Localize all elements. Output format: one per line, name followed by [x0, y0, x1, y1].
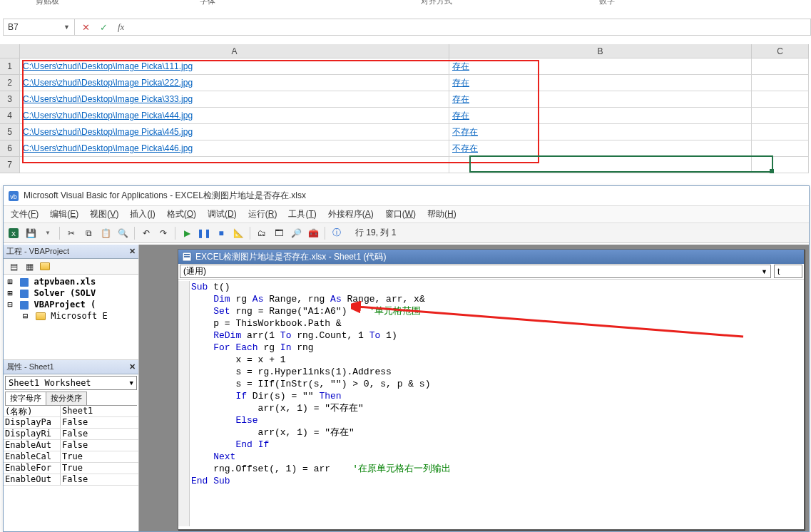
toolbox-icon[interactable]: 🧰 [306, 226, 320, 240]
hyperlink[interactable]: C:\Users\zhudi\Desktop\Image Picka\222.j… [23, 78, 193, 88]
object-dropdown[interactable]: (通用) ▼ [180, 265, 771, 278]
cut-icon[interactable]: ✂ [64, 226, 78, 240]
hyperlink[interactable]: C:\Users\zhudi\Desktop\Image Picka\111.j… [23, 61, 193, 71]
fx-icon[interactable]: fx [118, 21, 124, 33]
column-header[interactable]: B [449, 44, 752, 58]
break-icon[interactable]: ❚❚ [197, 226, 211, 240]
cell[interactable]: C:\Users\zhudi\Desktop\Image Picka\444.j… [20, 108, 449, 124]
menu-item[interactable]: 格式(O) [167, 208, 196, 220]
project-pane-title[interactable]: 工程 - VBAProject ✕ [4, 245, 138, 259]
hyperlink[interactable]: C:\Users\zhudi\Desktop\Image Picka\333.j… [23, 94, 193, 104]
hyperlink[interactable]: 存在 [452, 111, 469, 121]
row-header[interactable]: 4 [0, 108, 20, 124]
cell[interactable] [20, 157, 449, 173]
hyperlink[interactable]: C:\Users\zhudi\Desktop\Image Picka\444.j… [23, 111, 193, 121]
cell[interactable] [752, 124, 809, 140]
hyperlink[interactable]: 不存在 [452, 127, 478, 137]
name-box[interactable]: B7 ▼ [4, 19, 75, 35]
cell[interactable]: C:\Users\zhudi\Desktop\Image Picka\445.j… [20, 124, 449, 140]
menu-item[interactable]: 视图(V) [90, 208, 118, 220]
menu-item[interactable]: 工具(T) [288, 208, 316, 220]
menu-item[interactable]: 帮助(H) [427, 208, 456, 220]
properties-grid[interactable]: (名称)Sheet1DisplayPaFalseDisplayRiFalseEn… [4, 406, 138, 531]
properties-object-combo[interactable]: Sheet1 Worksheet ▼ [5, 376, 137, 390]
properties-tabs[interactable]: 按字母序 按分类序 [5, 392, 137, 406]
vbe-toolbar[interactable]: X 💾 ▼ ✂ ⧉ 📋 🔍 ↶ ↷ ▶ ❚❚ ■ 📐 🗂 🗔 🔎 🧰 ⓘ 行 1… [4, 223, 809, 243]
view-code-icon[interactable]: ▤ [6, 260, 21, 274]
tab-alphabetic[interactable]: 按字母序 [5, 392, 46, 405]
menu-item[interactable]: 编辑(E) [50, 208, 78, 220]
property-row[interactable]: DisplayRiFalse [4, 429, 138, 440]
menu-item[interactable]: 调试(D) [208, 208, 237, 220]
close-icon[interactable]: ✕ [129, 247, 136, 256]
properties-pane-title[interactable]: 属性 - Sheet1 ✕ [4, 360, 138, 374]
row-header[interactable]: 7 [0, 157, 20, 173]
properties-icon[interactable]: 🗔 [272, 226, 286, 240]
object-browser-icon[interactable]: 🔎 [289, 226, 303, 240]
cell[interactable] [752, 108, 809, 124]
cell[interactable] [752, 75, 809, 91]
code-window[interactable]: EXCEL检测图片地址是否存在.xlsx - Sheet1 (代码) (通用) … [178, 249, 805, 530]
spreadsheet-grid[interactable]: ABC 1234567 C:\Users\zhudi\Desktop\Image… [0, 44, 811, 180]
save-icon[interactable]: 💾 [24, 226, 38, 240]
cell[interactable]: C:\Users\zhudi\Desktop\Image Picka\446.j… [20, 140, 449, 157]
hyperlink[interactable]: 存在 [452, 94, 469, 104]
property-row[interactable]: EnableCalTrue [4, 451, 138, 463]
menu-item[interactable]: 插入(I) [130, 208, 155, 220]
property-row[interactable]: DisplayPaFalse [4, 417, 138, 429]
find-icon[interactable]: 🔍 [116, 226, 130, 240]
vbe-titlebar[interactable]: vb Microsoft Visual Basic for Applicatio… [4, 186, 809, 206]
vbe-menubar[interactable]: 文件(F)编辑(E)视图(V)插入(I)格式(O)调试(D)运行(R)工具(T)… [4, 206, 809, 223]
property-row[interactable]: EnableOutFalse [4, 474, 138, 486]
project-toolbar[interactable]: ▤ ▦ [4, 259, 138, 275]
reset-icon[interactable]: ■ [214, 226, 228, 240]
cell[interactable] [752, 140, 809, 157]
property-row[interactable]: EnableForTrue [4, 463, 138, 474]
tab-categorized[interactable]: 按分类序 [46, 392, 87, 405]
property-row[interactable]: (名称)Sheet1 [4, 406, 138, 417]
paste-icon[interactable]: 📋 [98, 226, 113, 240]
cell[interactable]: C:\Users\zhudi\Desktop\Image Picka\222.j… [20, 75, 449, 91]
folder-icon[interactable] [38, 260, 52, 274]
column-header[interactable]: C [752, 44, 809, 58]
chevron-down-icon[interactable]: ▼ [130, 379, 133, 387]
hyperlink[interactable]: C:\Users\zhudi\Desktop\Image Picka\446.j… [23, 143, 193, 153]
chevron-down-icon[interactable]: ▼ [63, 24, 70, 31]
menu-item[interactable]: 文件(F) [11, 208, 39, 220]
cell[interactable] [449, 157, 752, 173]
formula-input[interactable] [131, 19, 810, 35]
cell[interactable]: 存在 [449, 75, 752, 91]
row-header[interactable]: 1 [0, 58, 20, 75]
copy-icon[interactable]: ⧉ [81, 226, 96, 240]
chevron-down-icon[interactable]: ▼ [761, 268, 767, 275]
cancel-icon[interactable]: ✕ [82, 22, 90, 33]
row-header[interactable]: 2 [0, 75, 20, 91]
property-row[interactable]: EnableAutFalse [4, 440, 138, 451]
hyperlink[interactable]: C:\Users\zhudi\Desktop\Image Picka\445.j… [23, 127, 193, 137]
column-header[interactable]: A [20, 44, 449, 58]
cell[interactable]: 不存在 [449, 124, 752, 140]
view-object-icon[interactable]: ▦ [22, 260, 36, 274]
row-header[interactable]: 5 [0, 124, 20, 140]
hyperlink[interactable]: 存在 [452, 78, 469, 88]
menu-item[interactable]: 运行(R) [248, 208, 277, 220]
run-icon[interactable]: ▶ [180, 226, 194, 240]
cell[interactable]: 存在 [449, 91, 752, 108]
hyperlink[interactable]: 存在 [452, 61, 469, 71]
menu-item[interactable]: 外接程序(A) [328, 208, 374, 220]
project-tree[interactable]: ⊞ atpvbaen.xls⊞ Solver (SOLV⊟ VBAProject… [4, 275, 138, 360]
cell[interactable]: C:\Users\zhudi\Desktop\Image Picka\111.j… [20, 58, 449, 75]
excel-icon[interactable]: X [6, 226, 21, 240]
code-editor[interactable]: Sub t() Dim rg As Range, rng As Range, a… [191, 281, 801, 526]
confirm-icon[interactable]: ✓ [100, 22, 108, 33]
menu-item[interactable]: 窗口(W) [385, 208, 416, 220]
row-header[interactable]: 6 [0, 140, 20, 157]
cell[interactable]: C:\Users\zhudi\Desktop\Image Picka\333.j… [20, 91, 449, 108]
cell[interactable] [752, 58, 809, 75]
cell[interactable] [752, 157, 809, 173]
select-all-corner[interactable] [0, 44, 20, 58]
cell[interactable] [752, 91, 809, 108]
help-icon[interactable]: ⓘ [330, 226, 344, 240]
tree-node[interactable]: ⊟ VBAProject ( [5, 299, 137, 310]
project-explorer-icon[interactable]: 🗂 [255, 226, 269, 240]
